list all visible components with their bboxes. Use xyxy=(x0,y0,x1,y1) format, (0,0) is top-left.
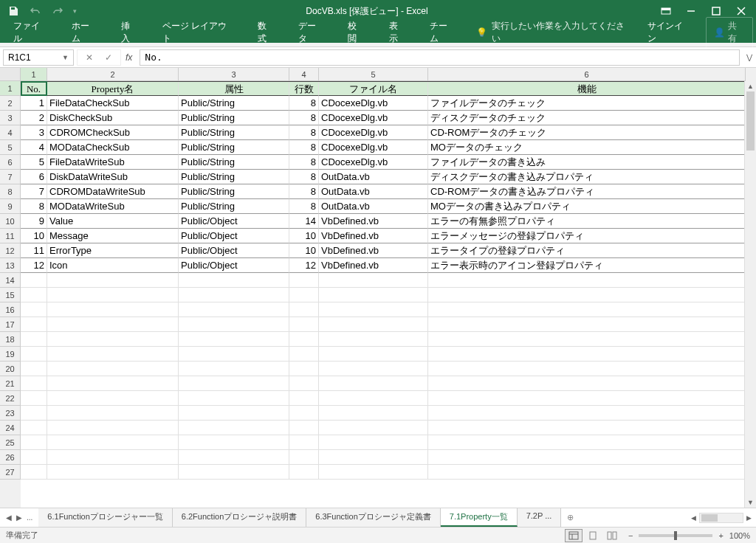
cell[interactable]: 8 xyxy=(289,125,319,140)
cell[interactable] xyxy=(179,288,289,302)
cell[interactable]: ディスクデータのチェック xyxy=(428,111,746,125)
cell[interactable]: ErrorType xyxy=(47,243,179,258)
redo-icon[interactable] xyxy=(47,1,68,21)
scroll-thumb[interactable] xyxy=(746,91,755,151)
cell[interactable]: CD-ROMデータのチェック xyxy=(428,125,746,140)
cell[interactable]: Public/String xyxy=(179,199,289,214)
col-header[interactable]: 3 xyxy=(179,68,289,81)
cell[interactable]: DiskDataWriteSub xyxy=(47,170,179,184)
cell[interactable]: Public/String xyxy=(179,111,289,125)
row-header[interactable]: 23 xyxy=(0,406,21,421)
cell[interactable]: VbDefined.vb xyxy=(319,243,428,258)
zoom-in-button[interactable]: + xyxy=(718,531,723,540)
cell[interactable] xyxy=(21,450,47,465)
cell[interactable] xyxy=(289,406,319,421)
cell[interactable] xyxy=(289,332,319,347)
cell[interactable]: 12 xyxy=(21,258,47,273)
cell[interactable]: CDocexeDlg.vb xyxy=(319,125,428,140)
cell[interactable] xyxy=(319,450,428,465)
cell[interactable] xyxy=(289,376,319,391)
cell[interactable] xyxy=(319,288,428,302)
horizontal-scrollbar[interactable] xyxy=(699,513,743,523)
cell[interactable]: エラーメッセージの登録プロパティ xyxy=(428,229,746,243)
cell[interactable] xyxy=(428,391,746,406)
cell[interactable]: 8 xyxy=(289,184,319,199)
cell[interactable] xyxy=(21,465,47,480)
cell[interactable]: CDocexeDlg.vb xyxy=(319,140,428,155)
cell[interactable]: MODataWriteSub xyxy=(47,199,179,214)
chevron-down-icon[interactable]: ▼ xyxy=(62,54,69,61)
cell[interactable] xyxy=(289,421,319,435)
cell[interactable]: Public/String xyxy=(179,96,289,111)
cell[interactable]: 8 xyxy=(289,170,319,184)
cell[interactable]: OutData.vb xyxy=(319,184,428,199)
cell[interactable] xyxy=(428,362,746,376)
cell[interactable]: No. xyxy=(21,82,47,96)
cell[interactable] xyxy=(21,273,47,288)
vertical-scrollbar[interactable]: ▲ ▼ xyxy=(744,81,756,508)
row-header[interactable]: 25 xyxy=(0,435,21,450)
cell[interactable]: ファイルデータの書き込み xyxy=(428,155,746,170)
cell[interactable]: エラーの有無参照プロパティ xyxy=(428,214,746,229)
cell[interactable] xyxy=(428,273,746,288)
cell[interactable] xyxy=(289,273,319,288)
row-header[interactable]: 24 xyxy=(0,421,21,435)
cell[interactable]: Icon xyxy=(47,258,179,273)
row-header[interactable]: 21 xyxy=(0,376,21,391)
page-break-view-icon[interactable] xyxy=(603,529,621,542)
cell[interactable] xyxy=(21,391,47,406)
cell[interactable]: Public/String xyxy=(179,170,289,184)
cell[interactable]: 12 xyxy=(289,258,319,273)
cell[interactable]: CDocexeDlg.vb xyxy=(319,155,428,170)
cell[interactable] xyxy=(319,273,428,288)
cell[interactable] xyxy=(428,450,746,465)
cell[interactable] xyxy=(47,376,179,391)
cell[interactable] xyxy=(179,421,289,435)
row-header[interactable]: 1 xyxy=(0,81,21,96)
cell[interactable]: 4 xyxy=(21,140,47,155)
cell[interactable]: VbDefined.vb xyxy=(319,258,428,273)
cell[interactable] xyxy=(428,332,746,347)
cell[interactable] xyxy=(21,435,47,450)
sheet-tab[interactable]: 6.1Functionプロシージャー一覧 xyxy=(38,508,172,527)
cell[interactable]: Message xyxy=(47,229,179,243)
cell[interactable] xyxy=(319,391,428,406)
cell[interactable] xyxy=(319,302,428,317)
cell[interactable]: 5 xyxy=(21,155,47,170)
cell[interactable]: MOデータの書き込みプロパティ xyxy=(428,199,746,214)
cell[interactable]: ファイルデータのチェック xyxy=(428,96,746,111)
cells-area[interactable]: No.Property名属性行数ファイル名機能1FileDataCheckSub… xyxy=(21,81,756,508)
cell[interactable]: Public/Object xyxy=(179,214,289,229)
row-header[interactable]: 18 xyxy=(0,332,21,347)
cancel-formula-icon[interactable]: ✕ xyxy=(80,52,98,63)
row-header[interactable]: 8 xyxy=(0,184,21,199)
col-header[interactable]: 4 xyxy=(289,68,319,81)
col-header[interactable]: 1 xyxy=(21,68,47,81)
scroll-down-icon[interactable]: ▼ xyxy=(745,497,756,508)
enter-formula-icon[interactable]: ✓ xyxy=(100,52,117,63)
cell[interactable] xyxy=(21,332,47,347)
cell[interactable]: Public/String xyxy=(179,184,289,199)
row-header[interactable]: 10 xyxy=(0,214,21,229)
cell[interactable] xyxy=(21,317,47,332)
cell[interactable]: CDROMCheckSub xyxy=(47,125,179,140)
row-header[interactable]: 5 xyxy=(0,140,21,155)
cell[interactable] xyxy=(289,391,319,406)
cell[interactable]: MODataCheckSub xyxy=(47,140,179,155)
cell[interactable] xyxy=(179,273,289,288)
select-all-corner[interactable] xyxy=(0,68,21,81)
cell[interactable]: CDocexeDlg.vb xyxy=(319,111,428,125)
sheet-tab[interactable]: 7.1Property一覧 xyxy=(441,508,518,527)
cell[interactable] xyxy=(289,465,319,480)
zoom-slider[interactable] xyxy=(639,534,712,537)
expand-formula-icon[interactable]: ⋁ xyxy=(743,53,756,61)
cell[interactable]: Public/String xyxy=(179,155,289,170)
cell[interactable] xyxy=(179,435,289,450)
normal-view-icon[interactable] xyxy=(565,529,583,542)
sheet-tab[interactable]: 6.3Functionプロシージャ定義書 xyxy=(306,508,440,527)
cell[interactable]: 8 xyxy=(289,155,319,170)
cell[interactable]: CD-ROMデータの書き込みプロパティ xyxy=(428,184,746,199)
sheet-next-icon[interactable]: ▶ xyxy=(16,513,22,522)
row-header[interactable]: 12 xyxy=(0,243,21,258)
cell[interactable]: 10 xyxy=(289,243,319,258)
